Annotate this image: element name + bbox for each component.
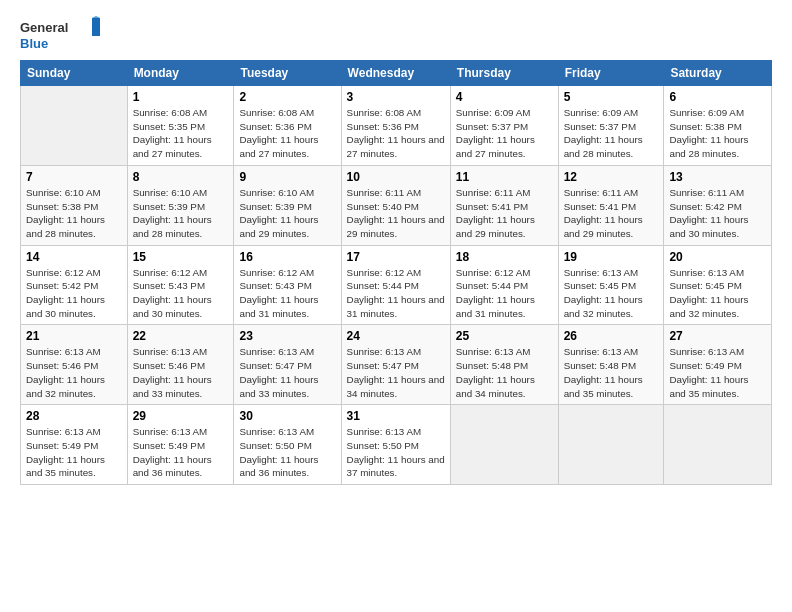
day-info: Sunrise: 6:13 AMSunset: 5:49 PMDaylight:…	[133, 425, 229, 480]
day-number: 3	[347, 90, 445, 104]
calendar-cell: 22Sunrise: 6:13 AMSunset: 5:46 PMDayligh…	[127, 325, 234, 405]
calendar-cell: 24Sunrise: 6:13 AMSunset: 5:47 PMDayligh…	[341, 325, 450, 405]
calendar-week-1: 1Sunrise: 6:08 AMSunset: 5:35 PMDaylight…	[21, 86, 772, 166]
day-info: Sunrise: 6:13 AMSunset: 5:50 PMDaylight:…	[239, 425, 335, 480]
day-info: Sunrise: 6:12 AMSunset: 5:44 PMDaylight:…	[347, 266, 445, 321]
day-number: 6	[669, 90, 766, 104]
day-info: Sunrise: 6:10 AMSunset: 5:39 PMDaylight:…	[133, 186, 229, 241]
calendar-cell: 5Sunrise: 6:09 AMSunset: 5:37 PMDaylight…	[558, 86, 664, 166]
day-number: 9	[239, 170, 335, 184]
calendar-week-4: 21Sunrise: 6:13 AMSunset: 5:46 PMDayligh…	[21, 325, 772, 405]
day-info: Sunrise: 6:13 AMSunset: 5:47 PMDaylight:…	[239, 345, 335, 400]
calendar-cell: 29Sunrise: 6:13 AMSunset: 5:49 PMDayligh…	[127, 405, 234, 485]
day-number: 21	[26, 329, 122, 343]
calendar-cell: 31Sunrise: 6:13 AMSunset: 5:50 PMDayligh…	[341, 405, 450, 485]
calendar-cell: 18Sunrise: 6:12 AMSunset: 5:44 PMDayligh…	[450, 245, 558, 325]
day-info: Sunrise: 6:10 AMSunset: 5:38 PMDaylight:…	[26, 186, 122, 241]
calendar-cell: 27Sunrise: 6:13 AMSunset: 5:49 PMDayligh…	[664, 325, 772, 405]
day-info: Sunrise: 6:13 AMSunset: 5:48 PMDaylight:…	[456, 345, 553, 400]
calendar-header-friday: Friday	[558, 61, 664, 86]
calendar-cell: 15Sunrise: 6:12 AMSunset: 5:43 PMDayligh…	[127, 245, 234, 325]
day-number: 27	[669, 329, 766, 343]
day-info: Sunrise: 6:11 AMSunset: 5:42 PMDaylight:…	[669, 186, 766, 241]
day-number: 23	[239, 329, 335, 343]
calendar-cell: 12Sunrise: 6:11 AMSunset: 5:41 PMDayligh…	[558, 165, 664, 245]
day-info: Sunrise: 6:13 AMSunset: 5:50 PMDaylight:…	[347, 425, 445, 480]
calendar-header-row: SundayMondayTuesdayWednesdayThursdayFrid…	[21, 61, 772, 86]
day-info: Sunrise: 6:08 AMSunset: 5:36 PMDaylight:…	[347, 106, 445, 161]
calendar-cell: 21Sunrise: 6:13 AMSunset: 5:46 PMDayligh…	[21, 325, 128, 405]
day-info: Sunrise: 6:13 AMSunset: 5:47 PMDaylight:…	[347, 345, 445, 400]
calendar-header-sunday: Sunday	[21, 61, 128, 86]
calendar-cell: 2Sunrise: 6:08 AMSunset: 5:36 PMDaylight…	[234, 86, 341, 166]
calendar-cell: 28Sunrise: 6:13 AMSunset: 5:49 PMDayligh…	[21, 405, 128, 485]
calendar-header-thursday: Thursday	[450, 61, 558, 86]
day-number: 19	[564, 250, 659, 264]
day-number: 10	[347, 170, 445, 184]
logo: General Blue	[20, 16, 100, 52]
calendar-header-saturday: Saturday	[664, 61, 772, 86]
day-number: 5	[564, 90, 659, 104]
day-number: 20	[669, 250, 766, 264]
day-number: 1	[133, 90, 229, 104]
day-number: 22	[133, 329, 229, 343]
day-info: Sunrise: 6:12 AMSunset: 5:42 PMDaylight:…	[26, 266, 122, 321]
day-number: 17	[347, 250, 445, 264]
day-info: Sunrise: 6:13 AMSunset: 5:45 PMDaylight:…	[669, 266, 766, 321]
day-number: 8	[133, 170, 229, 184]
calendar-cell: 11Sunrise: 6:11 AMSunset: 5:41 PMDayligh…	[450, 165, 558, 245]
calendar-cell: 1Sunrise: 6:08 AMSunset: 5:35 PMDaylight…	[127, 86, 234, 166]
day-number: 16	[239, 250, 335, 264]
day-info: Sunrise: 6:08 AMSunset: 5:36 PMDaylight:…	[239, 106, 335, 161]
day-info: Sunrise: 6:13 AMSunset: 5:45 PMDaylight:…	[564, 266, 659, 321]
calendar-cell: 9Sunrise: 6:10 AMSunset: 5:39 PMDaylight…	[234, 165, 341, 245]
day-number: 28	[26, 409, 122, 423]
logo-svg: General Blue	[20, 16, 100, 52]
calendar-header-wednesday: Wednesday	[341, 61, 450, 86]
day-info: Sunrise: 6:10 AMSunset: 5:39 PMDaylight:…	[239, 186, 335, 241]
header: General Blue	[20, 16, 772, 52]
calendar-cell: 3Sunrise: 6:08 AMSunset: 5:36 PMDaylight…	[341, 86, 450, 166]
day-info: Sunrise: 6:12 AMSunset: 5:43 PMDaylight:…	[239, 266, 335, 321]
calendar-cell: 26Sunrise: 6:13 AMSunset: 5:48 PMDayligh…	[558, 325, 664, 405]
day-number: 31	[347, 409, 445, 423]
calendar-header-tuesday: Tuesday	[234, 61, 341, 86]
calendar-cell: 8Sunrise: 6:10 AMSunset: 5:39 PMDaylight…	[127, 165, 234, 245]
calendar-cell: 30Sunrise: 6:13 AMSunset: 5:50 PMDayligh…	[234, 405, 341, 485]
calendar-header-monday: Monday	[127, 61, 234, 86]
day-number: 15	[133, 250, 229, 264]
svg-text:Blue: Blue	[20, 36, 48, 51]
day-info: Sunrise: 6:08 AMSunset: 5:35 PMDaylight:…	[133, 106, 229, 161]
calendar-cell	[21, 86, 128, 166]
day-info: Sunrise: 6:09 AMSunset: 5:37 PMDaylight:…	[564, 106, 659, 161]
calendar-week-5: 28Sunrise: 6:13 AMSunset: 5:49 PMDayligh…	[21, 405, 772, 485]
calendar-cell	[450, 405, 558, 485]
calendar-cell: 14Sunrise: 6:12 AMSunset: 5:42 PMDayligh…	[21, 245, 128, 325]
day-number: 24	[347, 329, 445, 343]
calendar-cell: 19Sunrise: 6:13 AMSunset: 5:45 PMDayligh…	[558, 245, 664, 325]
svg-marker-3	[92, 16, 100, 18]
calendar-cell	[664, 405, 772, 485]
calendar-cell: 13Sunrise: 6:11 AMSunset: 5:42 PMDayligh…	[664, 165, 772, 245]
day-info: Sunrise: 6:13 AMSunset: 5:49 PMDaylight:…	[669, 345, 766, 400]
day-number: 14	[26, 250, 122, 264]
day-info: Sunrise: 6:12 AMSunset: 5:44 PMDaylight:…	[456, 266, 553, 321]
day-info: Sunrise: 6:13 AMSunset: 5:48 PMDaylight:…	[564, 345, 659, 400]
calendar-cell: 16Sunrise: 6:12 AMSunset: 5:43 PMDayligh…	[234, 245, 341, 325]
day-info: Sunrise: 6:11 AMSunset: 5:40 PMDaylight:…	[347, 186, 445, 241]
day-info: Sunrise: 6:12 AMSunset: 5:43 PMDaylight:…	[133, 266, 229, 321]
day-info: Sunrise: 6:13 AMSunset: 5:46 PMDaylight:…	[26, 345, 122, 400]
calendar-cell: 6Sunrise: 6:09 AMSunset: 5:38 PMDaylight…	[664, 86, 772, 166]
day-number: 2	[239, 90, 335, 104]
calendar-cell: 17Sunrise: 6:12 AMSunset: 5:44 PMDayligh…	[341, 245, 450, 325]
day-info: Sunrise: 6:13 AMSunset: 5:49 PMDaylight:…	[26, 425, 122, 480]
calendar-week-3: 14Sunrise: 6:12 AMSunset: 5:42 PMDayligh…	[21, 245, 772, 325]
calendar-cell	[558, 405, 664, 485]
page: General Blue SundayMondayTuesdayWednesda…	[0, 0, 792, 612]
calendar-week-2: 7Sunrise: 6:10 AMSunset: 5:38 PMDaylight…	[21, 165, 772, 245]
day-info: Sunrise: 6:13 AMSunset: 5:46 PMDaylight:…	[133, 345, 229, 400]
calendar-cell: 20Sunrise: 6:13 AMSunset: 5:45 PMDayligh…	[664, 245, 772, 325]
day-number: 11	[456, 170, 553, 184]
calendar-cell: 10Sunrise: 6:11 AMSunset: 5:40 PMDayligh…	[341, 165, 450, 245]
calendar-cell: 4Sunrise: 6:09 AMSunset: 5:37 PMDaylight…	[450, 86, 558, 166]
